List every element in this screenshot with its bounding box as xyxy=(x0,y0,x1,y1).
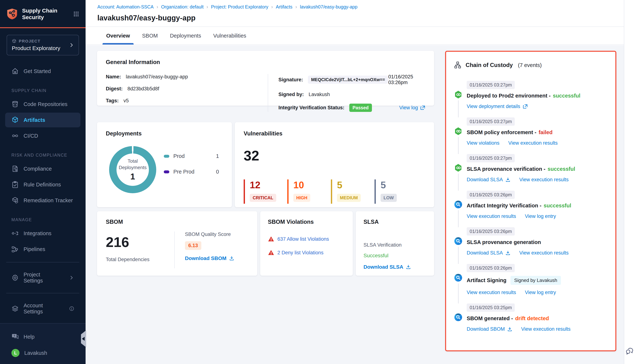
sbom-quality-score: 6.13 xyxy=(185,241,201,250)
link-label: View violations xyxy=(467,140,500,146)
overview-content: General Information Name:lavakush07/easy… xyxy=(86,45,624,364)
view-execution-results-link[interactable]: View execution results xyxy=(508,140,558,146)
signed-by-badge: Signed by Lavakush xyxy=(510,276,561,285)
tags-value: v5 xyxy=(124,98,129,104)
download-slsa-link[interactable]: Download SLSA xyxy=(467,177,510,182)
download-sbom-link[interactable]: Download SBOM xyxy=(185,256,234,261)
sidebar-divider xyxy=(6,262,79,262)
view-log-entry-link[interactable]: View log entry xyxy=(525,290,556,295)
sidebar: Supply Chain Security PROJECT Product Ex… xyxy=(0,0,86,364)
view-deployment-details-link[interactable]: View deployment details xyxy=(467,104,528,109)
view-execution-results-link[interactable]: View execution results xyxy=(519,177,569,182)
deny-list-violations-link[interactable]: 2 Deny list Violations xyxy=(278,250,324,256)
sidebar-item-compliance[interactable]: Compliance xyxy=(5,162,80,176)
sidebar-item-remediation-tracker[interactable]: Remediation Tracker xyxy=(5,193,80,208)
sidebar-item-account-settings[interactable]: Account Settings xyxy=(5,299,80,318)
tab-sbom[interactable]: SBOM xyxy=(142,27,158,44)
sidebar-item-cicd[interactable]: CI/CD xyxy=(5,128,80,143)
link-label: View log entry xyxy=(525,214,556,219)
tab-overview[interactable]: Overview xyxy=(106,27,130,44)
account-layers-icon xyxy=(12,305,19,312)
breadcrumb-project[interactable]: Project: Product Exploratory xyxy=(211,4,268,10)
general-info-left: Name:lavakush07/easy-buggy-app Digest:8d… xyxy=(106,74,268,112)
sidebar-item-pipelines[interactable]: Pipelines xyxy=(5,242,80,256)
event-title: SLSA provenance verification - xyxy=(467,166,546,172)
view-violations-link[interactable]: View violations xyxy=(467,140,500,146)
sidebar-item-label: Rule Definitions xyxy=(24,182,61,188)
breadcrumb-separator: › xyxy=(206,4,208,10)
allow-list-violations-row: 637 Allow list Violations xyxy=(268,236,345,242)
project-kicker-label: PROJECT xyxy=(19,39,40,44)
timeline-connector xyxy=(458,323,458,340)
remediation-box-icon xyxy=(12,197,19,204)
signed-by-value: Lavakush xyxy=(308,92,330,97)
user-menu[interactable]: L Lavakush xyxy=(5,345,80,361)
view-log-label: View log xyxy=(399,105,418,110)
view-execution-results-link[interactable]: View execution results xyxy=(467,214,516,219)
sidebar-item-label: Get Started xyxy=(24,68,51,74)
link-label: View execution results xyxy=(508,140,558,146)
scan-icon xyxy=(454,313,462,322)
download-icon xyxy=(229,256,234,261)
clipboard-check-icon xyxy=(12,181,19,188)
chevron-right-icon xyxy=(69,275,74,280)
signed-by-label: Signed by: xyxy=(278,92,304,97)
event-status: successful xyxy=(544,202,571,209)
view-execution-results-link[interactable]: View execution results xyxy=(467,290,516,295)
view-log-link[interactable]: View log xyxy=(399,105,425,110)
download-slsa-link[interactable]: Download SLSA xyxy=(467,250,510,256)
vulnerabilities-card: Vulnerabilities 32 12 CRITICAL 10 HIGH xyxy=(235,122,434,207)
breadcrumb-artifact-name[interactable]: lavakush07/easy-buggy-app xyxy=(300,4,358,10)
view-execution-results-link[interactable]: View execution results xyxy=(521,326,570,332)
sidebar-item-artifacts[interactable]: Artifacts xyxy=(5,112,80,127)
event-status: successful xyxy=(548,166,575,172)
breadcrumb-artifacts[interactable]: Artifacts xyxy=(276,4,292,10)
cube-icon xyxy=(12,39,16,44)
event-title: SBOM generated - xyxy=(467,316,513,322)
document-search-icon xyxy=(12,165,19,172)
tab-vulnerabilities[interactable]: Vulnerabilities xyxy=(213,27,246,44)
project-name: Product Exploratory xyxy=(12,45,69,51)
project-meta: PROJECT Product Exploratory xyxy=(12,39,69,51)
breadcrumb-organization[interactable]: Organization: default xyxy=(161,4,204,10)
sidebar-item-get-started[interactable]: Get Started xyxy=(5,64,80,78)
right-rail xyxy=(624,0,636,364)
sidebar-item-integrations[interactable]: Integrations xyxy=(5,226,80,241)
download-slsa-link[interactable]: Download SLSA xyxy=(364,264,426,270)
help-button[interactable]: ? Help xyxy=(5,330,80,344)
tab-deployments[interactable]: Deployments xyxy=(170,27,201,44)
sidebar-item-label: Artifacts xyxy=(24,117,45,123)
project-selector[interactable]: PROJECT Product Exploratory xyxy=(6,35,79,56)
coc-event-deployed-prod2: 01/16/2025 03:27pm Deployed to Prod2 env… xyxy=(454,81,608,118)
help-chat-icon: ? xyxy=(12,333,19,340)
download-sbom-link[interactable]: Download SBOM xyxy=(467,326,512,332)
breadcrumb-separator: › xyxy=(295,4,297,10)
sidebar-item-project-settings[interactable]: Project Settings xyxy=(5,268,80,288)
sidebar-item-code-repositories[interactable]: Code Repositories xyxy=(5,97,80,112)
low-count: 5 xyxy=(380,180,418,190)
breadcrumb-separator: › xyxy=(156,4,158,10)
tab-bar: Overview SBOM Deployments Vulnerabilitie… xyxy=(86,27,636,45)
sidebar-item-label: Code Repositories xyxy=(24,101,68,107)
sidebar-footer: ? Help L Lavakush xyxy=(0,323,86,364)
integrity-label: Integrity Verification Status: xyxy=(278,105,344,110)
sidebar-item-rule-definitions[interactable]: Rule Definitions xyxy=(5,177,80,192)
external-link-icon xyxy=(523,104,528,109)
feedback-chat-icon[interactable] xyxy=(625,347,634,356)
timeline-connector xyxy=(458,100,458,118)
chain-of-custody-count: (7 events) xyxy=(518,62,542,68)
low-badge: LOW xyxy=(380,194,397,202)
link-label: View execution results xyxy=(519,250,569,256)
home-icon xyxy=(12,68,19,75)
download-sbom-label: Download SBOM xyxy=(185,256,226,261)
name-label: Name: xyxy=(106,74,121,80)
breadcrumb-account[interactable]: Account: Automation-SSCA xyxy=(97,4,154,10)
card-title: Vulnerabilities xyxy=(244,130,425,137)
app-switcher-icon[interactable] xyxy=(73,11,79,17)
prod-legend-dot xyxy=(164,155,169,158)
view-execution-results-link[interactable]: View execution results xyxy=(519,250,569,256)
info-icon[interactable] xyxy=(69,306,74,311)
gear-icon xyxy=(12,274,19,281)
view-log-entry-link[interactable]: View log entry xyxy=(525,214,556,219)
allow-list-violations-link[interactable]: 637 Allow list Violations xyxy=(278,236,329,242)
